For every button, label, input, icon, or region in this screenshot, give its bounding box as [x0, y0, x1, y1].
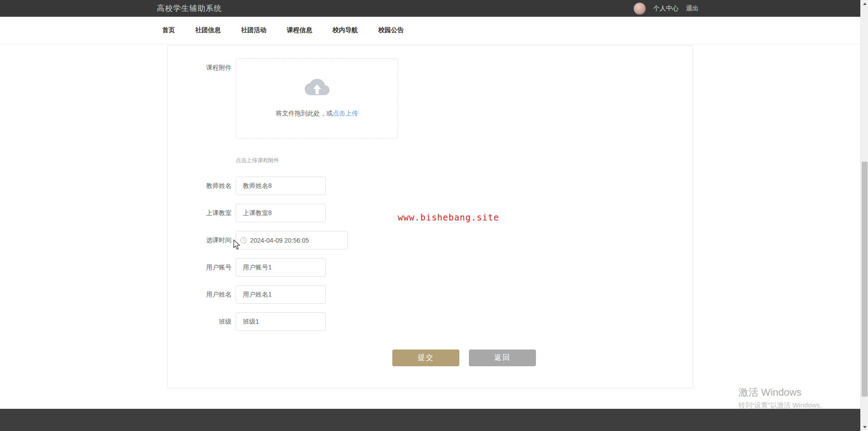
nav-item-campus-notice[interactable]: 校园公告: [378, 26, 404, 34]
nav-item-campus-nav[interactable]: 校内导航: [333, 26, 358, 34]
class-input[interactable]: [236, 312, 326, 331]
form-row-teacher-name: 教师姓名: [168, 177, 693, 195]
class-label: 班级: [168, 312, 231, 331]
classroom-label: 上课教室: [168, 204, 231, 222]
upload-hint: 点击上传课程附件: [236, 157, 279, 164]
clock-icon: [240, 237, 247, 244]
scroll-up-arrow[interactable]: [861, 0, 868, 8]
back-button[interactable]: 返回: [469, 350, 536, 366]
topbar-user-area: 个人中心 退出: [633, 0, 699, 17]
nav-item-club-activity[interactable]: 社团活动: [241, 26, 266, 34]
form-row-selection-time: 选课时间 2024-04-09 20:56:05: [168, 231, 693, 249]
app-title: 高校学生辅助系统: [157, 0, 222, 17]
logout-link[interactable]: 退出: [686, 5, 699, 13]
scrollbar-thumb[interactable]: [862, 162, 868, 397]
selection-time-label: 选课时间: [168, 231, 231, 249]
selection-time-value: 2024-04-09 20:56:05: [250, 237, 309, 244]
nav-item-course-info[interactable]: 课程信息: [287, 26, 312, 34]
teacher-name-label: 教师姓名: [168, 177, 231, 195]
form-row-user-account: 用户账号: [168, 258, 693, 277]
nav-item-home[interactable]: 首页: [162, 26, 175, 34]
cloud-upload-icon: [304, 76, 330, 99]
windows-activation-watermark: 激活 Windows 转到“设置”以激活 Windows。: [738, 386, 827, 410]
user-center-link[interactable]: 个人中心: [653, 5, 679, 13]
scrollbar[interactable]: [860, 0, 868, 431]
form-row-user-name: 用户姓名: [168, 285, 693, 304]
upload-field-label: 课程附件: [168, 58, 231, 77]
nav-item-club-info[interactable]: 社团信息: [195, 26, 221, 34]
form-card: 课程附件 将文件拖到此处，或点击上传 点击上传课程附件 教师姓名 上课教室 选课…: [167, 45, 693, 388]
site-watermark: www.bishebang.site: [398, 212, 499, 222]
footer: [0, 409, 860, 431]
user-account-input[interactable]: [236, 258, 326, 277]
topbar: 高校学生辅助系统 个人中心 退出: [0, 0, 860, 17]
scroll-down-arrow[interactable]: [861, 423, 868, 431]
classroom-input[interactable]: [236, 204, 326, 222]
avatar[interactable]: [633, 2, 646, 15]
teacher-name-input[interactable]: [236, 177, 326, 195]
upload-dropzone[interactable]: 将文件拖到此处，或点击上传: [236, 58, 398, 139]
user-name-input[interactable]: [236, 285, 326, 304]
upload-drag-text: 将文件拖到此处，或点击上传: [236, 110, 398, 118]
user-name-label: 用户姓名: [168, 285, 231, 304]
user-account-label: 用户账号: [168, 258, 231, 277]
windows-activation-title: 激活 Windows: [738, 386, 827, 399]
upload-click-link[interactable]: 点击上传: [333, 110, 358, 117]
selection-time-input[interactable]: 2024-04-09 20:56:05: [236, 231, 348, 249]
page: 高校学生辅助系统 个人中心 退出 首页 社团信息 社团活动 课程信息 校内导航 …: [0, 0, 868, 431]
navbar: 首页 社团信息 社团活动 课程信息 校内导航 校园公告: [0, 17, 860, 44]
form-row-class: 班级: [168, 312, 693, 331]
submit-button[interactable]: 提交: [392, 350, 459, 366]
upload-drag-text-plain: 将文件拖到此处，或: [276, 110, 333, 117]
